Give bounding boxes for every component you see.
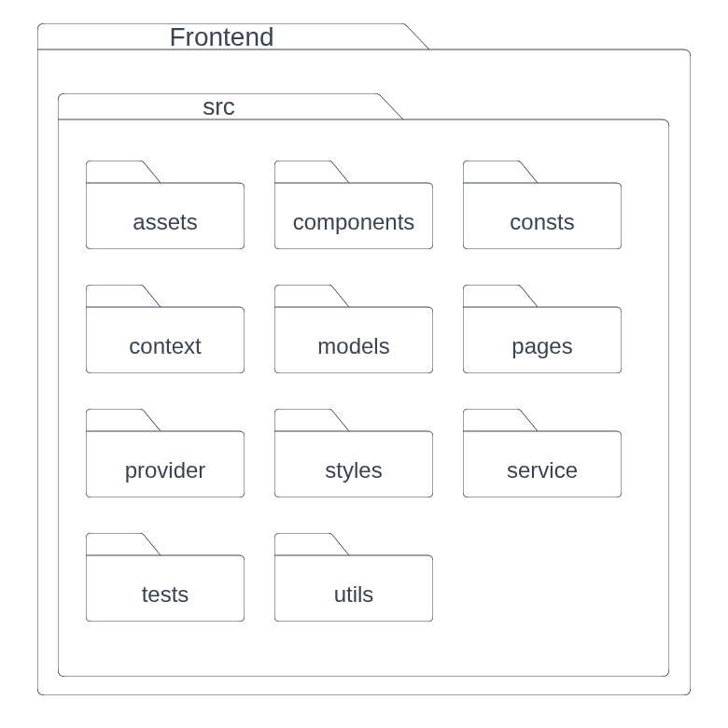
folder-row: context models pages <box>86 285 646 373</box>
folder-icon <box>463 409 622 497</box>
folder-label: service <box>463 457 622 483</box>
folder-icon <box>274 533 433 622</box>
folder-label: models <box>274 333 433 359</box>
folder-label: assets <box>86 209 245 235</box>
folder-icon <box>463 285 622 373</box>
folder-icon <box>274 285 433 373</box>
folder-components: components <box>274 161 433 249</box>
folder-context: context <box>86 285 245 373</box>
folder-row: assets components consts <box>86 161 646 249</box>
folder-label: context <box>86 333 245 359</box>
folder-src-label: src <box>58 92 380 121</box>
folder-styles: styles <box>274 409 433 497</box>
folder-icon <box>86 161 245 249</box>
folder-label: components <box>274 209 433 235</box>
folder-label: tests <box>86 581 245 608</box>
folder-icon <box>463 161 622 249</box>
folder-consts: consts <box>463 161 622 249</box>
folder-label: provider <box>86 457 245 483</box>
folder-label: consts <box>463 209 622 235</box>
folder-icon <box>274 409 433 497</box>
folder-grid: assets components consts context model <box>86 161 646 657</box>
folder-icon <box>86 533 245 622</box>
folder-assets: assets <box>86 161 245 249</box>
folder-label: styles <box>274 457 433 483</box>
folder-tests: tests <box>86 533 245 622</box>
folder-row: tests utils <box>86 533 646 622</box>
folder-provider: provider <box>86 409 245 497</box>
folder-utils: utils <box>274 533 433 622</box>
folder-row: provider styles service <box>86 409 646 497</box>
folder-icon <box>86 409 245 497</box>
folder-icon <box>86 285 245 373</box>
folder-models: models <box>274 285 433 373</box>
folder-icon <box>274 161 433 249</box>
folder-pages: pages <box>463 285 622 373</box>
folder-label: pages <box>463 333 622 359</box>
folder-frontend-label: Frontend <box>37 22 406 52</box>
folder-service: service <box>463 409 622 497</box>
folder-label: utils <box>274 581 433 608</box>
